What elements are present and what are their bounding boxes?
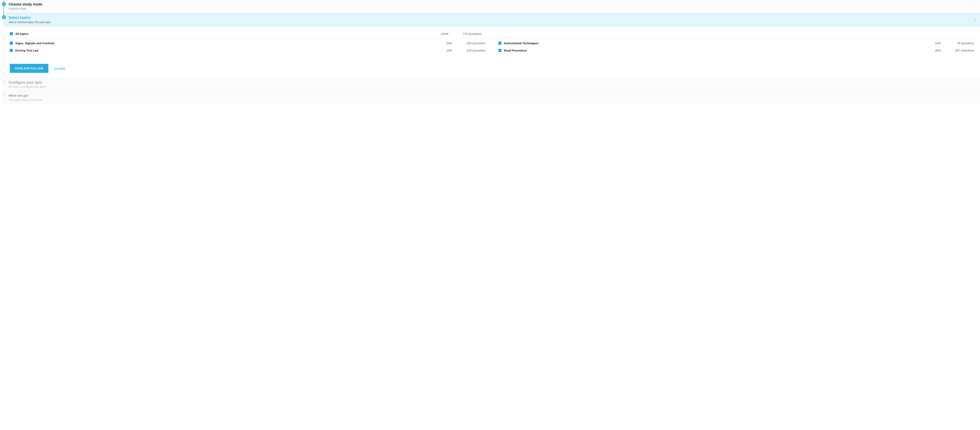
topic-label: Instructional Techniques <box>504 41 926 45</box>
step-4-title: Here we go! <box>9 93 977 98</box>
step-3: 3 Configure your quiz It's time to confi… <box>4 78 980 91</box>
topic-row: Signs, Signals and Controls 34% 265 Ques… <box>10 40 487 47</box>
step-1: Choose study mode Practice mode <box>4 0 980 13</box>
go-back-link[interactable]: Go back <box>54 67 65 70</box>
check-icon <box>10 33 12 35</box>
step-2-header[interactable]: Select topics Add or remove topics for y… <box>4 13 980 27</box>
save-and-follow-button[interactable]: SAVE AND FOLLOW <box>10 64 48 73</box>
step-2-body: All topics 100% 779 Questions Signs, Sig… <box>4 27 980 56</box>
step-2-subtitle: Add or remove topics for your quiz <box>9 21 977 24</box>
topic-checkbox[interactable] <box>10 49 13 52</box>
topic-questions: 307 Questions <box>942 49 975 52</box>
topics-divider <box>10 38 975 39</box>
step-3-subtitle: It's time to configure your quiz! <box>9 85 977 88</box>
topic-checkbox[interactable] <box>498 49 501 52</box>
step-1-marker <box>2 2 6 6</box>
step-2-title: Select topics <box>9 15 977 20</box>
step-3-marker: 3 <box>2 80 6 84</box>
check-icon <box>499 49 501 51</box>
topics-column-left: Signs, Signals and Controls 34% 265 Ques… <box>10 40 487 54</box>
check-icon <box>499 42 501 44</box>
step-2: 2 Select topics Add or remove topics for… <box>4 13 980 78</box>
topics-column-right: Instructional Techniques 10% 79 Question… <box>498 40 975 54</box>
quiz-setup-wizard: Choose study mode Practice mode 2 Select… <box>0 0 980 104</box>
topic-questions: 265 Questions <box>453 41 487 45</box>
topic-percent: 39% <box>927 49 941 52</box>
all-topics-row: All topics 100% 779 Questions <box>10 30 483 37</box>
chevron-down-icon <box>974 5 977 8</box>
step-3-header[interactable]: Configure your quiz It's time to configu… <box>4 78 980 91</box>
topic-percent: 34% <box>439 41 452 45</box>
all-topics-percent: 100% <box>435 32 449 35</box>
all-topics-questions: 779 Questions <box>450 32 483 35</box>
topic-percent: 16% <box>439 49 452 52</box>
chevron-right-icon <box>974 18 977 21</box>
all-topics-checkbox[interactable] <box>10 32 13 35</box>
topic-label: Road Procedure <box>504 49 926 52</box>
check-icon <box>10 49 12 51</box>
topic-checkbox[interactable] <box>10 42 13 44</box>
topic-checkbox[interactable] <box>498 42 501 44</box>
step-3-title: Configure your quiz <box>9 80 977 85</box>
all-topics-label: All topics <box>15 32 434 35</box>
step-4-subtitle: Your quiz setup is complete <box>9 98 977 102</box>
step-1-title: Choose study mode <box>9 2 977 7</box>
topic-label: Signs, Signals and Controls <box>15 41 437 45</box>
step-1-header[interactable]: Choose study mode Practice mode <box>4 0 980 13</box>
topics-grid: Signs, Signals and Controls 34% 265 Ques… <box>10 40 975 54</box>
topic-row: Instructional Techniques 10% 79 Question… <box>498 40 975 47</box>
step-2-actions: SAVE AND FOLLOW Go back <box>4 56 980 78</box>
step-4: 4 Here we go! Your quiz setup is complet… <box>4 91 980 104</box>
topic-row: Driving Test Law 16% 128 Questions <box>10 47 487 54</box>
topic-questions: 79 Questions <box>942 41 975 45</box>
check-icon <box>3 3 5 5</box>
topic-row: Road Procedure 39% 307 Questions <box>498 47 975 54</box>
step-4-marker: 4 <box>2 94 6 97</box>
topic-questions: 128 Questions <box>453 49 487 52</box>
step-1-subtitle: Practice mode <box>9 7 977 10</box>
topic-percent: 10% <box>927 41 941 45</box>
step-4-header[interactable]: Here we go! Your quiz setup is complete <box>4 91 980 104</box>
check-icon <box>10 42 12 44</box>
topic-label: Driving Test Law <box>15 49 437 52</box>
